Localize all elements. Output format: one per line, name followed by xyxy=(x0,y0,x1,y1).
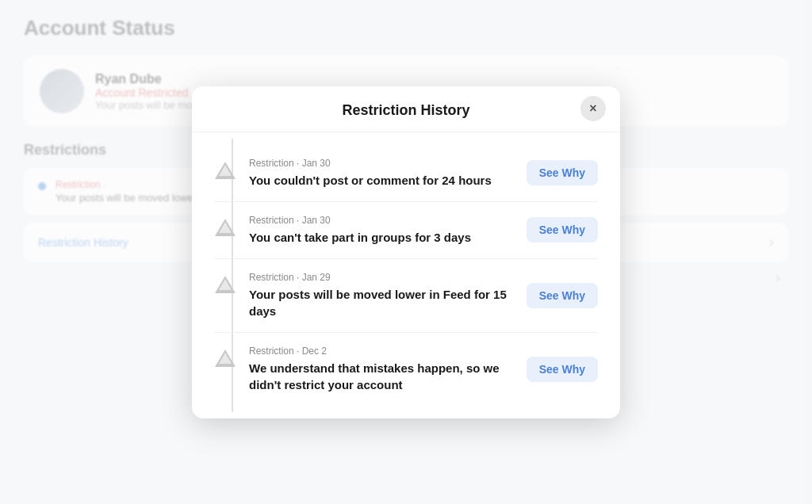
restriction-description: You couldn't post or comment for 24 hour… xyxy=(249,172,514,189)
timeline-content: Restriction · Jan 30 You can't take part… xyxy=(249,215,514,246)
restriction-description: We understand that mistakes happen, so w… xyxy=(249,360,514,393)
modal-backdrop: Restriction History × Restriction · Jan … xyxy=(0,0,812,504)
restriction-meta: Restriction · Dec 2 xyxy=(249,346,514,357)
restriction-meta: Restriction · Jan 29 xyxy=(249,272,514,283)
timeline-item: Restriction · Jan 30 You can't take part… xyxy=(214,202,598,259)
modal-body: Restriction · Jan 30 You couldn't post o… xyxy=(192,132,620,418)
restriction-description: Your posts will be moved lower in Feed f… xyxy=(249,286,514,319)
warning-icon xyxy=(214,347,236,369)
timeline-item: Restriction · Dec 2 We understand that m… xyxy=(214,333,598,406)
see-why-button[interactable]: See Why xyxy=(527,160,598,185)
restriction-description: You can't take part in groups for 3 days xyxy=(249,229,514,246)
warning-icon xyxy=(214,216,236,239)
restriction-meta: Restriction · Jan 30 xyxy=(249,215,514,226)
warning-icon xyxy=(214,159,236,181)
timeline-item: Restriction · Jan 29 Your posts will be … xyxy=(214,259,598,333)
timeline-content: Restriction · Jan 30 You couldn't post o… xyxy=(249,158,514,189)
restriction-meta: Restriction · Jan 30 xyxy=(249,158,514,169)
see-why-button[interactable]: See Why xyxy=(527,357,598,382)
see-why-button[interactable]: See Why xyxy=(527,283,598,308)
modal-title: Restriction History xyxy=(342,102,469,119)
timeline-content: Restriction · Jan 29 Your posts will be … xyxy=(249,272,514,319)
timeline-container: Restriction · Jan 30 You couldn't post o… xyxy=(192,139,620,412)
modal-header: Restriction History × xyxy=(192,86,620,132)
see-why-button[interactable]: See Why xyxy=(527,217,598,242)
restriction-history-modal: Restriction History × Restriction · Jan … xyxy=(192,86,620,418)
modal-close-button[interactable]: × xyxy=(580,96,606,121)
timeline-item: Restriction · Jan 30 You couldn't post o… xyxy=(214,145,598,202)
timeline-content: Restriction · Dec 2 We understand that m… xyxy=(249,346,514,393)
warning-icon xyxy=(214,273,236,296)
